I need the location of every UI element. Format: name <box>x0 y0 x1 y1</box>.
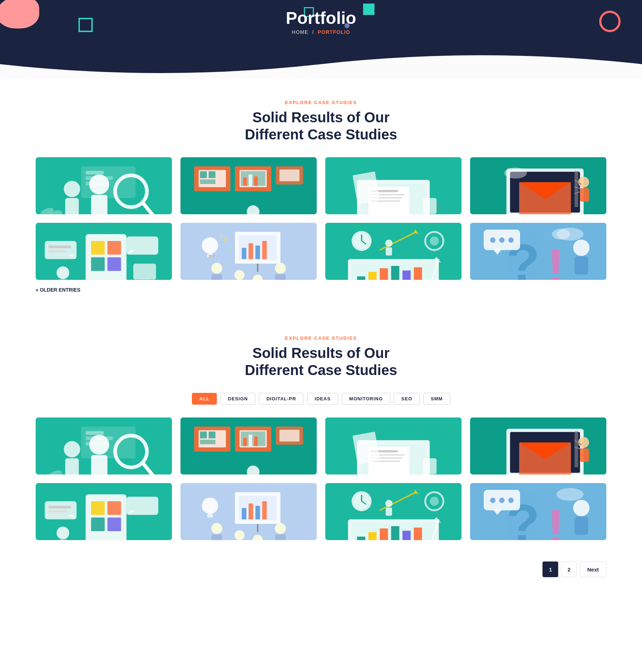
portfolio-item-2-6[interactable] <box>180 483 317 540</box>
portfolio-item-2-1[interactable] <box>36 417 172 474</box>
svg-point-108 <box>430 236 439 245</box>
svg-rect-152 <box>254 436 258 446</box>
page-next-btn[interactable]: Next <box>580 561 606 577</box>
svg-rect-71 <box>133 264 156 280</box>
svg-rect-103 <box>402 271 411 280</box>
svg-rect-18 <box>200 179 215 184</box>
page-header: Portfolio HOME / PORTFOLIO <box>0 0 642 50</box>
svg-rect-202 <box>255 506 260 519</box>
portfolio-item-5[interactable] <box>36 223 172 280</box>
svg-rect-222 <box>402 531 411 540</box>
svg-rect-192 <box>49 510 67 512</box>
svg-rect-219 <box>368 532 377 540</box>
svg-point-115 <box>385 240 392 247</box>
svg-rect-221 <box>391 526 399 540</box>
section2-title-line2: Different Case Studies <box>245 362 397 378</box>
breadcrumb-current: PORTFOLIO <box>318 29 350 35</box>
svg-point-195 <box>57 527 70 539</box>
svg-rect-102 <box>391 266 399 280</box>
filter-tab-all[interactable]: ALL <box>192 393 217 405</box>
svg-point-211 <box>202 498 218 514</box>
portfolio-item-2-5[interactable] <box>36 483 172 540</box>
svg-rect-212 <box>207 514 213 518</box>
svg-rect-40 <box>423 198 437 214</box>
breadcrumb-home[interactable]: HOME <box>292 29 308 35</box>
portfolio-item-2-2[interactable] <box>180 417 317 474</box>
portfolio-item-2-3[interactable] <box>325 417 462 474</box>
main-content: EXPLORE CASE STUDIES Solid Results of Ou… <box>0 78 642 599</box>
svg-rect-210 <box>275 534 286 540</box>
svg-rect-66 <box>49 250 67 252</box>
svg-point-124 <box>508 237 514 243</box>
svg-point-1 <box>64 181 80 197</box>
svg-rect-235 <box>386 508 392 516</box>
portfolio-item-2[interactable] <box>180 157 317 214</box>
section1-header: EXPLORE CASE STUDIES Solid Results of Ou… <box>36 100 606 143</box>
svg-point-178 <box>578 437 589 448</box>
older-entries-link[interactable]: « OLDER ENTRIES <box>36 287 606 293</box>
filter-tab-ideas[interactable]: IDEAS <box>307 393 338 405</box>
portfolio-item-3[interactable] <box>325 157 462 214</box>
svg-rect-218 <box>357 537 365 540</box>
svg-rect-26 <box>280 169 300 181</box>
section1-title-line2: Different Case Studies <box>245 127 397 142</box>
section2-title: Solid Results of Our Different Case Stud… <box>36 344 606 379</box>
svg-rect-87 <box>275 274 286 280</box>
filter-tab-seo[interactable]: SEO <box>394 393 419 405</box>
svg-rect-24 <box>254 176 258 186</box>
svg-rect-245 <box>575 517 588 535</box>
svg-rect-151 <box>249 435 252 446</box>
svg-rect-201 <box>249 503 253 519</box>
section1-title: Solid Results of Our Different Case Stud… <box>36 109 606 143</box>
svg-point-122 <box>490 237 495 243</box>
portfolio-item-2-8[interactable]: ? ! <box>470 483 606 540</box>
svg-rect-22 <box>243 178 247 186</box>
svg-rect-2 <box>65 198 79 214</box>
portfolio-item-7[interactable] <box>325 223 462 280</box>
filter-tab-monitoring[interactable]: MONITORING <box>342 393 390 405</box>
svg-rect-150 <box>243 438 247 446</box>
svg-rect-220 <box>380 528 388 540</box>
svg-point-130 <box>64 441 80 457</box>
svg-rect-139 <box>86 436 113 440</box>
svg-rect-11 <box>86 176 113 180</box>
svg-rect-185 <box>91 501 105 515</box>
filter-tab-smm[interactable]: SMM <box>423 393 450 405</box>
portfolio-grid-1: ? ! <box>36 157 606 280</box>
svg-point-55 <box>504 168 527 179</box>
portfolio-grid-2: ? ! <box>36 417 606 540</box>
portfolio-item-1[interactable] <box>36 157 172 214</box>
svg-rect-49 <box>575 171 578 207</box>
filter-tab-design[interactable]: DESIGN <box>220 393 255 405</box>
svg-rect-126 <box>575 256 588 275</box>
portfolio-item-6[interactable] <box>180 223 317 280</box>
svg-rect-77 <box>242 248 246 259</box>
section2-label: EXPLORE CASE STUDIES <box>36 335 606 341</box>
svg-point-209 <box>275 523 286 534</box>
portfolio-item-2-7[interactable] <box>325 483 462 540</box>
svg-rect-60 <box>107 241 121 255</box>
svg-rect-191 <box>49 506 71 509</box>
svg-text:!: ! <box>547 499 564 540</box>
page-btn-1[interactable]: 1 <box>542 561 558 577</box>
svg-rect-23 <box>249 174 252 186</box>
svg-rect-51 <box>580 188 589 202</box>
page-title: Portfolio <box>286 8 356 28</box>
portfolio-item-8[interactable]: ? ! <box>470 223 606 280</box>
svg-rect-116 <box>386 247 392 256</box>
breadcrumb-sep: / <box>312 29 314 35</box>
svg-point-50 <box>578 177 589 188</box>
svg-point-125 <box>573 240 590 256</box>
svg-rect-79 <box>255 246 260 259</box>
filter-tab-digital-pr[interactable]: DIGITAL-PR <box>259 393 304 405</box>
svg-point-242 <box>499 498 505 503</box>
svg-rect-78 <box>249 243 253 259</box>
page-btn-2[interactable]: 2 <box>561 561 577 577</box>
svg-point-205 <box>212 523 223 534</box>
portfolio-item-4[interactable] <box>470 157 606 214</box>
portfolio-item-2-4[interactable] <box>470 417 606 474</box>
svg-point-227 <box>430 497 439 506</box>
svg-rect-104 <box>414 267 422 280</box>
svg-rect-145 <box>209 431 215 438</box>
breadcrumb: HOME / PORTFOLIO <box>292 29 350 35</box>
